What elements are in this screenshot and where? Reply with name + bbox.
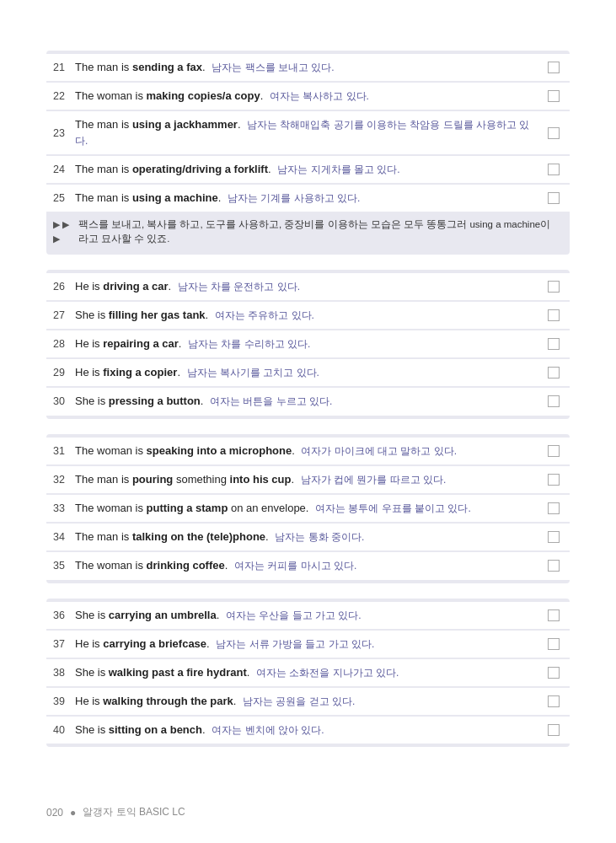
list-item: 24 The man is operating/driving a forkli… [46,156,570,183]
checkbox[interactable] [548,367,560,379]
checkbox[interactable] [548,164,560,175]
page-content: 21 The man is sending a fax. 남자는 팩스를 보내고… [0,0,616,813]
checkbox[interactable] [548,62,560,73]
checkbox[interactable] [548,609,560,621]
list-item: 38 She is walking past a fire hydrant. 여… [46,659,570,686]
item-number: 24 [53,164,75,175]
item-text: She is sitting on a bench. 여자는 벤치에 앉아 있다… [75,722,541,738]
checkbox[interactable] [548,695,560,707]
list-item: 36 She is carrying an umbrella. 여자는 우산을 … [46,602,570,629]
section-note: ▶ ▶ ▶ 팩스를 보내고, 복사를 하고, 도구를 사용하고, 중장비를 이용… [46,213,570,251]
item-text: The woman is making copies/a copy. 여자는 복… [75,89,541,104]
checkbox[interactable] [548,531,560,543]
item-number: 26 [53,281,75,293]
item-number: 35 [53,560,75,572]
item-text: He is repairing a car. 남자는 차를 수리하고 있다. [75,336,541,352]
list-item: 34 The man is talking on the (tele)phone… [46,524,570,550]
list-item: 25 The man is using a machine. 남자는 기계를 사… [46,185,570,212]
item-text: He is walking through the park. 남자는 공원을 … [75,694,541,709]
item-number: 36 [53,609,75,621]
item-number: 23 [53,127,75,139]
note-text: 팩스를 보내고, 복사를 하고, 도구를 사용하고, 중장비를 이용하는 모습은… [78,217,560,247]
list-item: 37 He is carrying a briefcase. 남자는 서류 가방… [46,631,570,658]
item-text: The woman is putting a stamp on an envel… [75,501,541,516]
footer-separator: ● [70,807,76,819]
checkbox[interactable] [548,724,560,736]
item-number: 30 [53,395,75,407]
section-3: 31 The woman is speaking into a micropho… [46,434,570,583]
checkbox[interactable] [548,445,560,457]
item-number: 34 [53,531,75,543]
list-item: 26 He is driving a car. 남자는 차를 운전하고 있다. [46,273,570,300]
item-text: The man is pouring something into his cu… [75,472,541,487]
checkbox[interactable] [548,192,560,204]
section-4: 36 She is carrying an umbrella. 여자는 우산을 … [46,599,570,748]
checkbox[interactable] [548,395,560,407]
page-number: 020 [46,807,63,819]
footer-title: 알갱자 토익 BASIC LC [83,805,185,819]
list-item: 39 He is walking through the park. 남자는 공… [46,688,570,715]
item-number: 39 [53,695,75,707]
list-item: 33 The woman is putting a stamp on an en… [46,495,570,522]
page-footer: 020 ● 알갱자 토익 BASIC LC [46,805,185,819]
list-item: 22 The woman is making copies/a copy. 여자… [46,83,570,110]
item-text: The woman is drinking coffee. 여자는 커피를 마시… [75,558,541,573]
item-text: The man is talking on the (tele)phone. 남… [75,529,541,545]
note-arrow-icon: ▶ ▶ ▶ [53,217,75,245]
item-text: The man is sending a fax. 남자는 팩스를 보내고 있다… [75,60,541,75]
checkbox[interactable] [548,309,560,321]
list-item: 28 He is repairing a car. 남자는 차를 수리하고 있다… [46,330,570,357]
item-text: She is walking past a fire hydrant. 여자는 … [75,665,541,680]
checkbox[interactable] [548,90,560,102]
item-number: 22 [53,90,75,102]
item-text: She is filling her gas tank. 여자는 주유하고 있다… [75,308,541,323]
list-item: 23 The man is using a jackhammer. 남자는 착해… [46,111,570,153]
section-2: 26 He is driving a car. 남자는 차를 운전하고 있다. … [46,270,570,419]
list-item: 40 She is sitting on a bench. 여자는 벤치에 앉아… [46,717,570,744]
checkbox[interactable] [548,560,560,572]
item-text: She is carrying an umbrella. 여자는 우산을 들고 … [75,608,541,623]
checkbox[interactable] [548,127,560,139]
item-number: 40 [53,724,75,736]
item-number: 25 [53,192,75,204]
item-number: 37 [53,638,75,650]
list-item: 30 She is pressing a button. 여자는 버튼을 누르고… [46,388,570,415]
checkbox[interactable] [548,638,560,650]
item-number: 27 [53,309,75,321]
item-text: The woman is speaking into a microphone.… [75,443,541,459]
item-number: 33 [53,502,75,514]
list-item: 27 She is filling her gas tank. 여자는 주유하고… [46,302,570,329]
checkbox[interactable] [548,474,560,486]
item-text: He is driving a car. 남자는 차를 운전하고 있다. [75,279,541,294]
list-item: 21 The man is sending a fax. 남자는 팩스를 보내고… [46,54,570,81]
item-number: 32 [53,474,75,486]
item-number: 21 [53,62,75,73]
checkbox[interactable] [548,667,560,679]
item-number: 38 [53,667,75,679]
checkbox[interactable] [548,281,560,293]
item-number: 29 [53,367,75,379]
item-number: 31 [53,445,75,457]
checkbox[interactable] [548,502,560,514]
section-1: 21 The man is sending a fax. 남자는 팩스를 보내고… [46,51,570,255]
item-text: The man is using a jackhammer. 남자는 착해매입축… [75,117,541,148]
item-text: He is fixing a copier. 남자는 복사기를 고치고 있다. [75,365,541,380]
item-text: He is carrying a briefcase. 남자는 서류 가방을 들… [75,636,541,652]
list-item: 29 He is fixing a copier. 남자는 복사기를 고치고 있… [46,359,570,386]
checkbox[interactable] [548,338,560,350]
item-number: 28 [53,338,75,350]
item-text: The man is operating/driving a forklift.… [75,162,541,177]
item-text: The man is using a machine. 남자는 기계를 사용하고… [75,191,541,206]
list-item: 35 The woman is drinking coffee. 여자는 커피를… [46,552,570,579]
list-item: 32 The man is pouring something into his… [46,466,570,493]
list-item: 31 The woman is speaking into a micropho… [46,438,570,464]
item-text: She is pressing a button. 여자는 버튼을 누르고 있다… [75,394,541,409]
